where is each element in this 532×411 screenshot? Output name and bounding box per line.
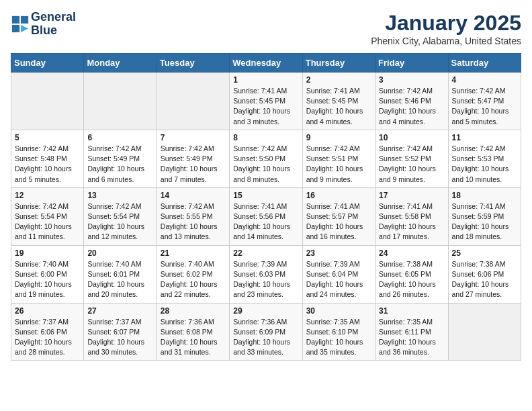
sunset-text: Sunset: 5:54 PM [15,212,67,220]
day-info: Sunrise: 7:42 AMSunset: 5:49 PMDaylight:… [87,144,152,185]
calendar-cell: 27Sunrise: 7:37 AMSunset: 6:07 PMDayligh… [84,303,157,361]
sunrise-text: Sunrise: 7:42 AM [15,144,69,152]
sunrise-text: Sunrise: 7:41 AM [306,87,360,95]
day-number: 21 [161,248,226,258]
daylight-text: Daylight: 10 hours and 4 minutes. [379,107,436,125]
sunrise-text: Sunrise: 7:40 AM [161,260,214,268]
day-info: Sunrise: 7:35 AMSunset: 6:10 PMDaylight:… [306,317,371,358]
calendar-table: SundayMondayTuesdayWednesdayThursdayFrid… [11,53,521,361]
sunrise-text: Sunrise: 7:42 AM [233,144,287,152]
day-number: 19 [15,248,80,258]
day-number: 28 [161,306,226,316]
sunrise-text: Sunrise: 7:42 AM [306,144,360,152]
sunset-text: Sunset: 5:45 PM [306,97,359,105]
sunrise-text: Sunrise: 7:37 AM [15,318,69,326]
calendar-cell: 1Sunrise: 7:41 AMSunset: 5:45 PMDaylight… [230,73,302,130]
month-title: January 2025 [371,11,521,36]
day-info: Sunrise: 7:41 AMSunset: 5:56 PMDaylight:… [233,201,298,242]
calendar-cell: 11Sunrise: 7:42 AMSunset: 5:53 PMDayligh… [448,130,521,187]
sunrise-text: Sunrise: 7:42 AM [87,144,141,152]
daylight-text: Daylight: 10 hours and 10 minutes. [452,165,509,183]
sunrise-text: Sunrise: 7:42 AM [87,202,141,210]
calendar-cell: 21Sunrise: 7:40 AMSunset: 6:02 PMDayligh… [157,245,229,303]
sunset-text: Sunset: 6:01 PM [87,270,140,278]
sunrise-text: Sunrise: 7:37 AM [87,318,141,326]
day-info: Sunrise: 7:42 AMSunset: 5:48 PMDaylight:… [15,144,80,185]
calendar-cell: 13Sunrise: 7:42 AMSunset: 5:54 PMDayligh… [84,187,157,245]
calendar-cell: 16Sunrise: 7:41 AMSunset: 5:57 PMDayligh… [302,187,375,245]
day-info: Sunrise: 7:37 AMSunset: 6:07 PMDaylight:… [87,317,152,358]
daylight-text: Daylight: 10 hours and 7 minutes. [161,165,218,183]
week-row-1: 1Sunrise: 7:41 AMSunset: 5:45 PMDaylight… [11,73,521,130]
day-number: 26 [15,306,80,316]
sunset-text: Sunset: 5:49 PM [161,154,213,163]
daylight-text: Daylight: 10 hours and 31 minutes. [161,338,218,356]
daylight-text: Daylight: 10 hours and 22 minutes. [161,280,218,298]
day-info: Sunrise: 7:42 AMSunset: 5:52 PMDaylight:… [379,144,444,185]
sunset-text: Sunset: 6:02 PM [161,270,213,278]
day-number: 24 [379,248,444,258]
sunset-text: Sunset: 5:49 PM [87,154,140,163]
calendar-cell: 15Sunrise: 7:41 AMSunset: 5:56 PMDayligh… [230,187,302,245]
week-row-2: 5Sunrise: 7:42 AMSunset: 5:48 PMDaylight… [11,130,521,187]
day-number: 1 [233,75,298,85]
sunset-text: Sunset: 6:08 PM [161,328,213,336]
daylight-text: Daylight: 10 hours and 24 minutes. [306,280,363,298]
sunset-text: Sunset: 5:58 PM [379,212,431,220]
daylight-text: Daylight: 10 hours and 18 minutes. [452,222,509,240]
sunset-text: Sunset: 5:54 PM [87,212,140,220]
day-number: 17 [379,191,444,200]
weekday-header-sunday: Sunday [11,54,84,73]
logo-line2: Blue [31,24,76,38]
sunset-text: Sunset: 6:07 PM [87,328,140,336]
calendar-cell: 5Sunrise: 7:42 AMSunset: 5:48 PMDaylight… [11,130,84,187]
day-info: Sunrise: 7:36 AMSunset: 6:09 PMDaylight:… [233,317,298,358]
calendar-cell: 7Sunrise: 7:42 AMSunset: 5:49 PMDaylight… [157,130,229,187]
daylight-text: Daylight: 10 hours and 8 minutes. [233,165,290,183]
sunrise-text: Sunrise: 7:35 AM [379,318,433,326]
daylight-text: Daylight: 10 hours and 23 minutes. [233,280,290,298]
sunrise-text: Sunrise: 7:42 AM [15,202,69,210]
weekday-header-friday: Friday [375,54,448,73]
calendar-cell [448,303,521,361]
sunrise-text: Sunrise: 7:42 AM [161,202,214,210]
daylight-text: Daylight: 10 hours and 6 minutes. [87,165,144,183]
sunrise-text: Sunrise: 7:42 AM [452,144,506,152]
calendar-cell: 24Sunrise: 7:38 AMSunset: 6:05 PMDayligh… [375,245,448,303]
calendar-cell: 30Sunrise: 7:35 AMSunset: 6:10 PMDayligh… [302,303,375,361]
sunset-text: Sunset: 5:53 PM [452,154,504,163]
daylight-text: Daylight: 10 hours and 9 minutes. [306,165,363,183]
weekday-header-saturday: Saturday [448,54,521,73]
logo-icon [11,15,30,34]
day-number: 15 [233,191,298,200]
page-header: General Blue January 2025 Phenix City, A… [11,11,521,46]
sunset-text: Sunset: 5:57 PM [306,212,359,220]
sunrise-text: Sunrise: 7:42 AM [379,144,433,152]
day-info: Sunrise: 7:41 AMSunset: 5:59 PMDaylight:… [452,201,517,242]
day-info: Sunrise: 7:38 AMSunset: 6:06 PMDaylight:… [452,259,517,300]
sunrise-text: Sunrise: 7:40 AM [87,260,141,268]
sunrise-text: Sunrise: 7:41 AM [233,87,287,95]
weekday-header-tuesday: Tuesday [157,54,229,73]
sunset-text: Sunset: 6:04 PM [306,270,359,278]
day-number: 2 [306,75,371,85]
sunset-text: Sunset: 5:56 PM [233,212,285,220]
day-info: Sunrise: 7:41 AMSunset: 5:45 PMDaylight:… [233,86,298,127]
calendar-cell: 10Sunrise: 7:42 AMSunset: 5:52 PMDayligh… [375,130,448,187]
sunrise-text: Sunrise: 7:39 AM [233,260,287,268]
calendar-cell: 28Sunrise: 7:36 AMSunset: 6:08 PMDayligh… [157,303,229,361]
calendar-cell: 12Sunrise: 7:42 AMSunset: 5:54 PMDayligh… [11,187,84,245]
sunrise-text: Sunrise: 7:42 AM [452,87,506,95]
weekday-header-row: SundayMondayTuesdayWednesdayThursdayFrid… [11,54,521,73]
day-number: 3 [379,75,444,85]
day-number: 5 [15,133,80,142]
sunrise-text: Sunrise: 7:36 AM [233,318,287,326]
sunset-text: Sunset: 5:51 PM [306,154,359,163]
day-number: 11 [452,133,517,142]
calendar-cell: 14Sunrise: 7:42 AMSunset: 5:55 PMDayligh… [157,187,229,245]
weekday-header-monday: Monday [84,54,157,73]
day-info: Sunrise: 7:42 AMSunset: 5:50 PMDaylight:… [233,144,298,185]
daylight-text: Daylight: 10 hours and 27 minutes. [452,280,509,298]
sunset-text: Sunset: 6:10 PM [306,328,359,336]
calendar-cell: 25Sunrise: 7:38 AMSunset: 6:06 PMDayligh… [448,245,521,303]
